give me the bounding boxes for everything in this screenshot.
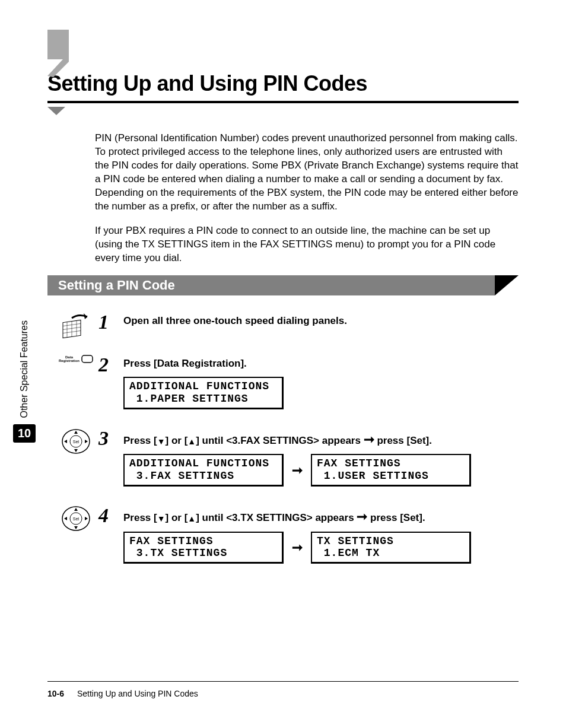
step-number: 3 — [93, 428, 123, 449]
svg-rect-10 — [82, 355, 93, 363]
lcd-display: ADDITIONAL FUNCTIONS 3.FAX SETTINGS — [123, 454, 284, 486]
svg-text:Set: Set — [73, 440, 80, 444]
up-triangle-icon: ▲ — [187, 437, 196, 446]
down-triangle-icon: ▼ — [157, 514, 166, 523]
chapter-tab-label: Other Special Features — [19, 320, 30, 418]
set-navigation-button-icon: Set — [59, 506, 93, 532]
up-triangle-icon: ▲ — [187, 514, 196, 523]
lcd-display: TX SETTINGS 1.ECM TX — [311, 532, 471, 564]
right-arrow-icon: ➞ — [364, 432, 374, 447]
lcd-display: FAX SETTINGS 1.USER SETTINGS — [311, 454, 471, 486]
chapter-number: 10 — [13, 424, 36, 443]
one-touch-panel-icon — [59, 312, 93, 342]
step-2-text: Press [Data Registration]. — [123, 357, 519, 371]
right-arrow-icon: ➞ — [292, 463, 303, 478]
step-3: Set 3 Press [▼] or [▲] until <3.FAX SETT… — [59, 428, 519, 487]
step-1-text: Open all three one-touch speed dialing p… — [123, 314, 519, 328]
page-title: Setting Up and Using PIN Codes — [47, 71, 519, 96]
step-4-text: Press [▼] or [▲] until <3.TX SETTINGS> a… — [123, 508, 519, 526]
step-number: 4 — [93, 506, 123, 526]
svg-marker-1 — [47, 107, 65, 115]
right-arrow-icon: ➞ — [357, 509, 367, 524]
data-registration-button-icon: Data Registration — [59, 355, 93, 363]
svg-text:Set: Set — [73, 517, 80, 521]
right-arrow-icon: ➞ — [292, 540, 303, 555]
set-navigation-button-icon: Set — [59, 428, 93, 454]
step-number: 1 — [93, 312, 123, 332]
lcd-display: FAX SETTINGS 3.TX SETTINGS — [123, 532, 284, 564]
section-title: Setting a PIN Code — [58, 278, 175, 293]
step-1: 1 Open all three one-touch speed dialing… — [59, 312, 519, 342]
section-heading-bar: Setting a PIN Code — [47, 275, 519, 295]
lcd-display: ADDITIONAL FUNCTIONS 1.PAPER SETTINGS — [123, 377, 284, 409]
intro-paragraph-2: If your PBX requires a PIN code to conne… — [95, 224, 519, 265]
svg-marker-0 — [47, 30, 69, 77]
page-footer: 10-6 Setting Up and Using PIN Codes — [47, 681, 519, 698]
step-number: 2 — [93, 355, 123, 375]
step-2: Data Registration 2 Press [Data Registra… — [59, 355, 519, 409]
step-3-text: Press [▼] or [▲] until <3.FAX SETTINGS> … — [123, 431, 519, 449]
chapter-tab: Other Special Features 10 — [13, 320, 36, 443]
chapter-arrow-marker — [47, 30, 83, 80]
title-accent-triangle — [47, 107, 519, 117]
intro-paragraph-1: PIN (Personal Identification Number) cod… — [95, 132, 519, 214]
title-underline — [47, 101, 519, 103]
down-triangle-icon: ▼ — [157, 437, 166, 446]
footer-title: Setting Up and Using PIN Codes — [77, 689, 198, 698]
step-4: Set 4 Press [▼] or [▲] until <3.TX SETTI… — [59, 506, 519, 564]
page-number: 10-6 — [47, 689, 64, 698]
